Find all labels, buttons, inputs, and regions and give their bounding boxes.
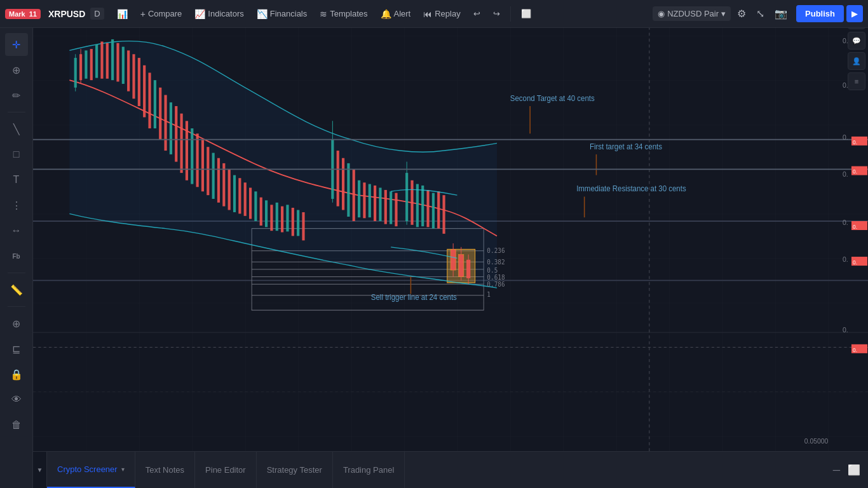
camera-button[interactable]: 📷 xyxy=(771,5,791,22)
svg-text:0.: 0. xyxy=(853,259,857,266)
svg-rect-36 xyxy=(175,106,177,162)
svg-rect-38 xyxy=(186,121,188,180)
svg-text:0.: 0. xyxy=(843,133,848,141)
svg-rect-65 xyxy=(347,163,349,217)
svg-rect-73 xyxy=(390,191,392,224)
svg-rect-83 xyxy=(442,195,445,234)
tool-patterns[interactable]: ⋮ xyxy=(5,194,28,217)
tool-trendline[interactable]: ╲ xyxy=(5,118,28,140)
chart-type-button[interactable]: 📊 xyxy=(112,6,133,22)
tool-eye[interactable]: 👁 xyxy=(5,388,28,411)
svg-text:Immediate Resistance at 30 cen: Immediate Resistance at 30 cents xyxy=(576,184,686,194)
svg-rect-30 xyxy=(143,65,146,118)
svg-rect-21 xyxy=(95,44,98,78)
play-button[interactable]: ▶ xyxy=(846,5,863,22)
svg-rect-44 xyxy=(217,158,220,203)
undo-button[interactable]: ↩ xyxy=(468,6,485,21)
tool-fib[interactable]: Fb xyxy=(5,245,28,268)
financials-button[interactable]: 📉 Financials xyxy=(252,6,313,22)
tab-pine-editor[interactable]: Pine Editor xyxy=(195,452,257,488)
tool-zoom-in[interactable]: ⊕ xyxy=(5,312,28,335)
financials-label: Financials xyxy=(270,9,308,18)
timeframe-label[interactable]: D xyxy=(90,8,104,20)
fullscreen-preview-button[interactable]: ⬜ xyxy=(516,6,536,21)
tool-measure[interactable]: ↔ xyxy=(5,219,28,242)
svg-rect-74 xyxy=(395,193,397,227)
compare-label: Compare xyxy=(148,9,182,18)
tab-crypto-screener[interactable]: Crypto Screener ▾ xyxy=(47,452,135,488)
tool-ruler[interactable]: 📏 xyxy=(5,278,28,301)
svg-rect-40 xyxy=(196,133,199,187)
svg-text:First target at 34 cents: First target at 34 cents xyxy=(590,142,662,151)
chart-chat-btn[interactable]: 💬 xyxy=(848,32,865,50)
svg-text:0.: 0. xyxy=(853,139,857,146)
tool-crosshair[interactable]: ⊕ xyxy=(5,58,28,81)
templates-icon: ≋ xyxy=(320,9,327,19)
camera-icon: 📷 xyxy=(775,8,787,19)
text-icon: T xyxy=(13,174,20,186)
minimize-icon: ─ xyxy=(833,464,840,475)
svg-rect-49 xyxy=(244,182,247,216)
sidebar-divider-1 xyxy=(8,112,25,112)
svg-rect-64 xyxy=(342,158,344,210)
tab-text-notes[interactable]: Text Notes xyxy=(135,452,195,488)
zoom-in-icon: ⊕ xyxy=(12,318,20,330)
toolbar: Mark 11 XRPUSD D 📊 + Compare 📈 Indicator… xyxy=(0,0,868,28)
svg-text:0.5: 0.5 xyxy=(487,266,498,274)
alert-button[interactable]: 🔔 Alert xyxy=(376,6,416,22)
redo-button[interactable]: ↪ xyxy=(488,6,505,21)
tool-trash[interactable]: 🗑 xyxy=(5,414,28,437)
replay-icon: ⏮ xyxy=(423,9,432,19)
templates-button[interactable]: ≋ Templates xyxy=(315,6,372,22)
svg-rect-32 xyxy=(154,80,156,128)
tool-shapes[interactable]: □ xyxy=(5,143,28,166)
compare-button[interactable]: + Compare xyxy=(135,6,187,22)
chart-area[interactable]: l 13 45.359M 21.705M 20 close 2 0.26081 … xyxy=(33,0,868,451)
svg-rect-46 xyxy=(228,169,231,210)
svg-rect-77 xyxy=(410,180,413,225)
tool-brush[interactable]: ✏ xyxy=(5,84,28,107)
svg-rect-41 xyxy=(201,140,204,192)
main-layout: ✛ ⊕ ✏ ╲ □ T ⋮ ↔ Fb 📏 ⊕ xyxy=(0,28,868,488)
fullscreen-button[interactable]: ⤡ xyxy=(752,5,768,22)
brand-count: 11 xyxy=(29,10,37,18)
svg-rect-48 xyxy=(238,178,241,214)
svg-rect-42 xyxy=(207,147,209,195)
text-notes-label: Text Notes xyxy=(146,465,184,475)
chart-chat-icon: 💬 xyxy=(852,37,861,45)
lock-icon: 🔒 xyxy=(10,369,23,381)
tool-cursor[interactable]: ✛ xyxy=(5,33,28,56)
svg-rect-43 xyxy=(212,153,215,199)
tool-lock[interactable]: 🔒 xyxy=(5,363,28,386)
collapse-icon: ▼ xyxy=(37,466,43,473)
svg-rect-57 xyxy=(286,205,288,231)
indicators-label: Indicators xyxy=(208,9,243,18)
replay-button[interactable]: ⏮ Replay xyxy=(418,6,465,22)
symbol-label[interactable]: XRPUSD xyxy=(48,9,85,19)
chart-lines-btn[interactable]: ≡ xyxy=(848,72,865,90)
svg-rect-68 xyxy=(363,182,365,218)
tool-magnet[interactable]: ⊑ xyxy=(5,337,28,360)
patterns-icon: ⋮ xyxy=(11,200,22,212)
measure-icon: ↔ xyxy=(11,225,22,236)
chart-user-btn[interactable]: 👤 xyxy=(848,52,865,70)
panel-minimize-btn[interactable]: ─ xyxy=(831,462,843,478)
publish-button[interactable]: Publish xyxy=(796,5,844,22)
svg-rect-67 xyxy=(358,180,360,217)
tab-trading-panel[interactable]: Trading Panel xyxy=(333,452,405,488)
svg-rect-56 xyxy=(281,207,283,233)
toolbar-separator xyxy=(510,6,511,22)
svg-rect-58 xyxy=(292,208,294,236)
svg-rect-54 xyxy=(270,205,273,231)
templates-label: Templates xyxy=(330,9,367,18)
panel-maximize-btn[interactable]: ⬜ xyxy=(845,461,863,478)
settings-button[interactable]: ⚙ xyxy=(733,5,750,22)
tab-strategy-tester[interactable]: Strategy Tester xyxy=(257,452,333,488)
panel-collapse-btn[interactable]: ▼ xyxy=(33,452,47,489)
crosshair-icon: ⊕ xyxy=(12,64,20,76)
chart-type-icon: 📊 xyxy=(117,9,128,19)
pair-selector[interactable]: ◉ NZDUSD Pair ▾ xyxy=(653,6,731,21)
tool-text[interactable]: T xyxy=(5,168,28,191)
svg-rect-20 xyxy=(90,49,93,80)
indicators-button[interactable]: 📈 Indicators xyxy=(189,6,248,22)
